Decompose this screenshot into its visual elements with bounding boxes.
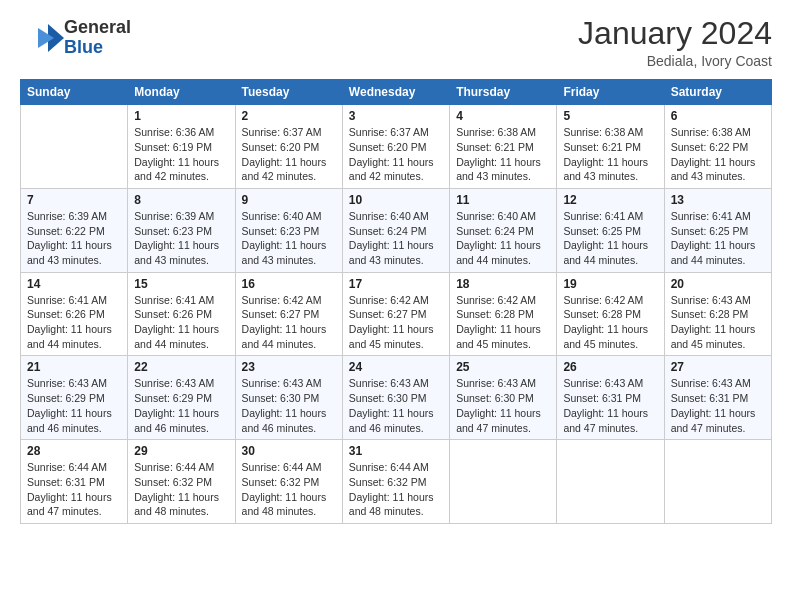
day-info: Sunrise: 6:38 AMSunset: 6:21 PMDaylight:…: [563, 125, 657, 184]
day-info: Sunrise: 6:39 AMSunset: 6:22 PMDaylight:…: [27, 209, 121, 268]
calendar-cell: 19Sunrise: 6:42 AMSunset: 6:28 PMDayligh…: [557, 272, 664, 356]
day-number: 25: [456, 360, 550, 374]
day-number: 2: [242, 109, 336, 123]
calendar-cell: 2Sunrise: 6:37 AMSunset: 6:20 PMDaylight…: [235, 105, 342, 189]
calendar-cell: [557, 440, 664, 524]
calendar-cell: 4Sunrise: 6:38 AMSunset: 6:21 PMDaylight…: [450, 105, 557, 189]
day-info: Sunrise: 6:42 AMSunset: 6:28 PMDaylight:…: [456, 293, 550, 352]
day-info: Sunrise: 6:43 AMSunset: 6:28 PMDaylight:…: [671, 293, 765, 352]
calendar-cell: 24Sunrise: 6:43 AMSunset: 6:30 PMDayligh…: [342, 356, 449, 440]
calendar-cell: 3Sunrise: 6:37 AMSunset: 6:20 PMDaylight…: [342, 105, 449, 189]
day-info: Sunrise: 6:43 AMSunset: 6:29 PMDaylight:…: [134, 376, 228, 435]
calendar-cell: 7Sunrise: 6:39 AMSunset: 6:22 PMDaylight…: [21, 188, 128, 272]
header: General Blue January 2024 Bediala, Ivory…: [20, 16, 772, 69]
calendar-cell: 9Sunrise: 6:40 AMSunset: 6:23 PMDaylight…: [235, 188, 342, 272]
calendar-cell: 5Sunrise: 6:38 AMSunset: 6:21 PMDaylight…: [557, 105, 664, 189]
day-info: Sunrise: 6:37 AMSunset: 6:20 PMDaylight:…: [242, 125, 336, 184]
calendar-cell: [21, 105, 128, 189]
page: General Blue January 2024 Bediala, Ivory…: [0, 0, 792, 612]
calendar-cell: 30Sunrise: 6:44 AMSunset: 6:32 PMDayligh…: [235, 440, 342, 524]
day-info: Sunrise: 6:38 AMSunset: 6:21 PMDaylight:…: [456, 125, 550, 184]
calendar-cell: 23Sunrise: 6:43 AMSunset: 6:30 PMDayligh…: [235, 356, 342, 440]
calendar-cell: [664, 440, 771, 524]
day-info: Sunrise: 6:43 AMSunset: 6:31 PMDaylight:…: [671, 376, 765, 435]
day-info: Sunrise: 6:38 AMSunset: 6:22 PMDaylight:…: [671, 125, 765, 184]
calendar-cell: 25Sunrise: 6:43 AMSunset: 6:30 PMDayligh…: [450, 356, 557, 440]
day-number: 26: [563, 360, 657, 374]
logo: General Blue: [20, 16, 131, 60]
calendar-cell: 28Sunrise: 6:44 AMSunset: 6:31 PMDayligh…: [21, 440, 128, 524]
calendar-cell: 13Sunrise: 6:41 AMSunset: 6:25 PMDayligh…: [664, 188, 771, 272]
day-info: Sunrise: 6:41 AMSunset: 6:25 PMDaylight:…: [671, 209, 765, 268]
calendar-cell: 8Sunrise: 6:39 AMSunset: 6:23 PMDaylight…: [128, 188, 235, 272]
day-number: 15: [134, 277, 228, 291]
calendar-cell: 21Sunrise: 6:43 AMSunset: 6:29 PMDayligh…: [21, 356, 128, 440]
day-info: Sunrise: 6:43 AMSunset: 6:30 PMDaylight:…: [349, 376, 443, 435]
day-number: 8: [134, 193, 228, 207]
day-number: 18: [456, 277, 550, 291]
calendar-cell: 18Sunrise: 6:42 AMSunset: 6:28 PMDayligh…: [450, 272, 557, 356]
calendar-cell: 16Sunrise: 6:42 AMSunset: 6:27 PMDayligh…: [235, 272, 342, 356]
calendar-cell: 17Sunrise: 6:42 AMSunset: 6:27 PMDayligh…: [342, 272, 449, 356]
day-info: Sunrise: 6:43 AMSunset: 6:29 PMDaylight:…: [27, 376, 121, 435]
header-day-monday: Monday: [128, 80, 235, 105]
calendar-table: SundayMondayTuesdayWednesdayThursdayFrid…: [20, 79, 772, 524]
calendar-body: 1Sunrise: 6:36 AMSunset: 6:19 PMDaylight…: [21, 105, 772, 524]
day-info: Sunrise: 6:44 AMSunset: 6:32 PMDaylight:…: [134, 460, 228, 519]
day-info: Sunrise: 6:40 AMSunset: 6:23 PMDaylight:…: [242, 209, 336, 268]
page-subtitle: Bediala, Ivory Coast: [578, 53, 772, 69]
day-number: 3: [349, 109, 443, 123]
week-row-4: 21Sunrise: 6:43 AMSunset: 6:29 PMDayligh…: [21, 356, 772, 440]
day-info: Sunrise: 6:36 AMSunset: 6:19 PMDaylight:…: [134, 125, 228, 184]
day-number: 23: [242, 360, 336, 374]
day-info: Sunrise: 6:43 AMSunset: 6:31 PMDaylight:…: [563, 376, 657, 435]
calendar-cell: 26Sunrise: 6:43 AMSunset: 6:31 PMDayligh…: [557, 356, 664, 440]
week-row-1: 1Sunrise: 6:36 AMSunset: 6:19 PMDaylight…: [21, 105, 772, 189]
day-number: 7: [27, 193, 121, 207]
day-info: Sunrise: 6:42 AMSunset: 6:27 PMDaylight:…: [349, 293, 443, 352]
day-number: 28: [27, 444, 121, 458]
calendar-cell: 29Sunrise: 6:44 AMSunset: 6:32 PMDayligh…: [128, 440, 235, 524]
day-info: Sunrise: 6:37 AMSunset: 6:20 PMDaylight:…: [349, 125, 443, 184]
day-number: 6: [671, 109, 765, 123]
calendar-header: SundayMondayTuesdayWednesdayThursdayFrid…: [21, 80, 772, 105]
day-number: 10: [349, 193, 443, 207]
header-row: SundayMondayTuesdayWednesdayThursdayFrid…: [21, 80, 772, 105]
day-info: Sunrise: 6:42 AMSunset: 6:28 PMDaylight:…: [563, 293, 657, 352]
day-info: Sunrise: 6:42 AMSunset: 6:27 PMDaylight:…: [242, 293, 336, 352]
page-title: January 2024: [578, 16, 772, 51]
day-info: Sunrise: 6:40 AMSunset: 6:24 PMDaylight:…: [349, 209, 443, 268]
calendar-cell: 15Sunrise: 6:41 AMSunset: 6:26 PMDayligh…: [128, 272, 235, 356]
day-number: 11: [456, 193, 550, 207]
day-info: Sunrise: 6:41 AMSunset: 6:26 PMDaylight:…: [27, 293, 121, 352]
day-info: Sunrise: 6:43 AMSunset: 6:30 PMDaylight:…: [242, 376, 336, 435]
calendar-cell: 6Sunrise: 6:38 AMSunset: 6:22 PMDaylight…: [664, 105, 771, 189]
day-number: 9: [242, 193, 336, 207]
day-number: 24: [349, 360, 443, 374]
day-number: 5: [563, 109, 657, 123]
header-day-saturday: Saturday: [664, 80, 771, 105]
day-info: Sunrise: 6:41 AMSunset: 6:25 PMDaylight:…: [563, 209, 657, 268]
day-number: 21: [27, 360, 121, 374]
day-info: Sunrise: 6:40 AMSunset: 6:24 PMDaylight:…: [456, 209, 550, 268]
day-number: 27: [671, 360, 765, 374]
header-day-sunday: Sunday: [21, 80, 128, 105]
day-number: 29: [134, 444, 228, 458]
day-info: Sunrise: 6:44 AMSunset: 6:31 PMDaylight:…: [27, 460, 121, 519]
logo-text: General Blue: [64, 18, 131, 58]
day-info: Sunrise: 6:41 AMSunset: 6:26 PMDaylight:…: [134, 293, 228, 352]
calendar-cell: 27Sunrise: 6:43 AMSunset: 6:31 PMDayligh…: [664, 356, 771, 440]
day-number: 31: [349, 444, 443, 458]
week-row-5: 28Sunrise: 6:44 AMSunset: 6:31 PMDayligh…: [21, 440, 772, 524]
calendar-cell: 22Sunrise: 6:43 AMSunset: 6:29 PMDayligh…: [128, 356, 235, 440]
day-info: Sunrise: 6:44 AMSunset: 6:32 PMDaylight:…: [242, 460, 336, 519]
logo-blue-text: Blue: [64, 38, 131, 58]
header-day-tuesday: Tuesday: [235, 80, 342, 105]
logo-general-text: General: [64, 18, 131, 38]
day-number: 20: [671, 277, 765, 291]
week-row-2: 7Sunrise: 6:39 AMSunset: 6:22 PMDaylight…: [21, 188, 772, 272]
day-number: 30: [242, 444, 336, 458]
day-number: 19: [563, 277, 657, 291]
header-day-thursday: Thursday: [450, 80, 557, 105]
calendar-cell: 1Sunrise: 6:36 AMSunset: 6:19 PMDaylight…: [128, 105, 235, 189]
